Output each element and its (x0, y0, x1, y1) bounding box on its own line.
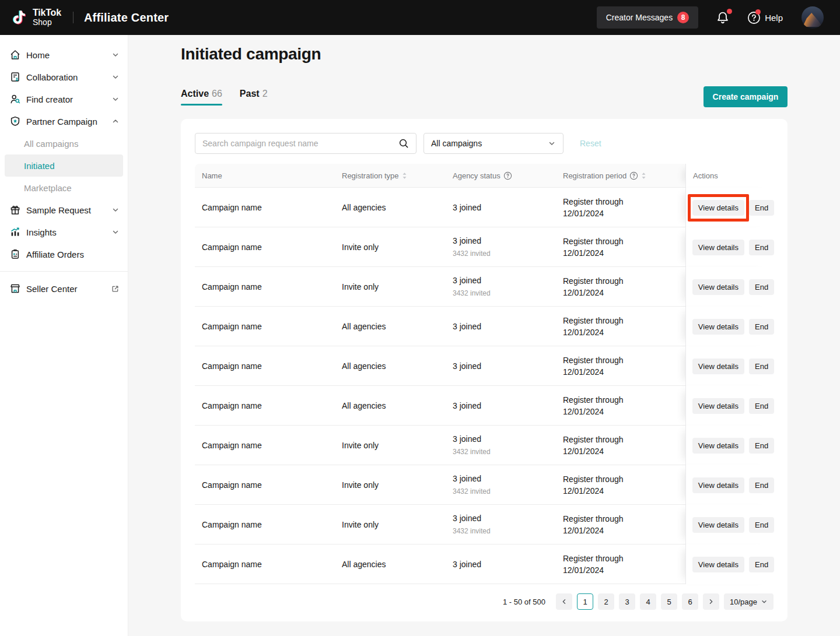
page-title: Initiated campaign (181, 45, 321, 64)
end-button[interactable]: End (749, 240, 774, 255)
table-row: Campaign name Invite only 3 joined 3432 … (195, 227, 774, 267)
page-number-button[interactable]: 2 (598, 593, 614, 610)
tiktok-shop-logo[interactable]: TikTok Shop (10, 8, 61, 27)
view-details-button[interactable]: View details (692, 240, 744, 255)
invited-count: 3432 invited (453, 446, 563, 458)
pagination-range: 1 - 50 of 500 (503, 598, 545, 606)
help-circle-icon[interactable] (503, 171, 512, 180)
sidebar-item-label: Partner Campaign (26, 117, 111, 127)
end-button[interactable]: End (749, 398, 774, 414)
collaboration-icon (9, 71, 21, 83)
page-number-button[interactable]: 1 (577, 593, 593, 610)
help-circle-icon[interactable] (629, 171, 638, 180)
sidebar-item-insights[interactable]: Insights (0, 221, 128, 243)
sidebar-item-partner-campaign[interactable]: Partner Campaign (0, 110, 128, 132)
joined-count: 3 joined (453, 321, 563, 332)
view-details-button[interactable]: View details (692, 279, 744, 295)
creator-messages-button[interactable]: Creator Messages 8 (597, 6, 698, 29)
pagination-prev-button[interactable] (556, 593, 572, 610)
sidebar-item-initiated[interactable]: Initiated (5, 154, 123, 177)
main-content: Initiated campaign Active 66 Past 2 Crea… (128, 35, 840, 636)
sidebar-item-seller-center[interactable]: Seller Center (0, 277, 128, 300)
sidebar-item-marketplace[interactable]: Marketplace (0, 177, 128, 199)
table-row: Campaign name Invite only 3 joined 3432 … (195, 267, 774, 307)
search-icon[interactable] (398, 138, 409, 149)
registration-period-line1: Register through (563, 473, 685, 485)
campaign-name: Campaign name (202, 321, 342, 332)
view-details-button[interactable]: View details (692, 200, 744, 216)
view-details-button[interactable]: View details (692, 319, 744, 335)
registration-period-line2: 12/01/2024 (563, 247, 685, 259)
sidebar-item-affiliate-orders[interactable]: Affiliate Orders (0, 243, 128, 265)
campaign-filter-select[interactable]: All campaigns (424, 133, 564, 154)
chevron-down-icon (111, 95, 120, 103)
sidebar-item-label: Affiliate Orders (26, 250, 120, 259)
create-campaign-button[interactable]: Create campaign (704, 86, 788, 107)
end-button[interactable]: End (749, 279, 774, 295)
registration-type: Invite only (342, 281, 453, 293)
registration-period-line2: 12/01/2024 (563, 564, 685, 576)
end-button[interactable]: End (749, 557, 774, 572)
sidebar: Home Collaboration Find creator Partner … (0, 35, 128, 636)
sort-icon[interactable] (402, 172, 407, 180)
page-number-button[interactable]: 3 (619, 593, 635, 610)
invited-count: 3432 invited (453, 525, 563, 537)
brand-text: TikTok Shop (33, 8, 61, 26)
end-button[interactable]: End (749, 200, 774, 216)
sidebar-item-find-creator[interactable]: Find creator (0, 88, 128, 110)
registration-type: Invite only (342, 519, 453, 530)
campaign-name: Campaign name (202, 440, 342, 451)
end-button[interactable]: End (749, 359, 774, 374)
sidebar-item-label: Find creator (26, 94, 111, 104)
table-row: Campaign name All agencies 3 joined Regi… (195, 307, 774, 346)
page-number-button[interactable]: 5 (661, 593, 677, 610)
end-button[interactable]: End (749, 319, 774, 335)
registration-period-line2: 12/01/2024 (563, 445, 685, 457)
view-details-button[interactable]: View details (692, 477, 744, 493)
pagination: 1 - 50 of 500 123456 10/page (195, 593, 774, 610)
tab-active[interactable]: Active 66 (181, 89, 222, 106)
user-avatar[interactable] (802, 6, 824, 29)
notifications-button[interactable] (716, 10, 730, 24)
chevron-down-icon (111, 228, 120, 236)
registration-period-line1: Register through (563, 553, 685, 564)
sort-icon[interactable] (641, 172, 646, 180)
help-button[interactable]: Help (747, 11, 783, 24)
view-details-button[interactable]: View details (692, 438, 744, 454)
registration-period-line2: 12/01/2024 (563, 366, 685, 378)
joined-count: 3 joined (453, 473, 563, 484)
end-button[interactable]: End (749, 438, 774, 454)
view-details-button[interactable]: View details (692, 557, 744, 572)
sidebar-item-all-campaigns[interactable]: All campaigns (0, 132, 128, 154)
brand-line1: TikTok (33, 8, 61, 18)
view-details-button[interactable]: View details (692, 359, 744, 374)
search-input[interactable] (202, 139, 394, 148)
table-row: Campaign name All agencies 3 joined Regi… (195, 386, 774, 426)
pagination-next-button[interactable] (703, 593, 719, 610)
campaign-name: Campaign name (202, 400, 342, 412)
sidebar-item-home[interactable]: Home (0, 44, 128, 66)
chevron-down-icon (111, 73, 120, 81)
end-button[interactable]: End (749, 517, 774, 533)
column-header-registration-type: Registration type (342, 171, 399, 180)
help-dot (755, 9, 761, 15)
joined-count: 3 joined (453, 275, 563, 286)
table-row: Campaign name Invite only 3 joined 3432 … (195, 426, 774, 465)
end-button[interactable]: End (749, 477, 774, 493)
tab-past[interactable]: Past 2 (240, 89, 268, 106)
page-number-button[interactable]: 4 (640, 593, 656, 610)
sidebar-item-label: Home (26, 50, 111, 60)
external-link-icon (111, 284, 120, 293)
topbar-divider (73, 12, 74, 23)
reset-button[interactable]: Reset (580, 139, 601, 148)
registration-period-line2: 12/01/2024 (563, 485, 685, 497)
sidebar-item-sample-request[interactable]: Sample Request (0, 199, 128, 221)
page-number-button[interactable]: 6 (682, 593, 698, 610)
view-details-button[interactable]: View details (692, 517, 744, 533)
search-box (195, 133, 416, 154)
page-size-select[interactable]: 10/page (724, 593, 774, 610)
page-size-value: 10/page (730, 598, 757, 606)
invited-count: 3432 invited (453, 248, 563, 259)
view-details-button[interactable]: View details (692, 398, 744, 414)
sidebar-item-collaboration[interactable]: Collaboration (0, 66, 128, 88)
